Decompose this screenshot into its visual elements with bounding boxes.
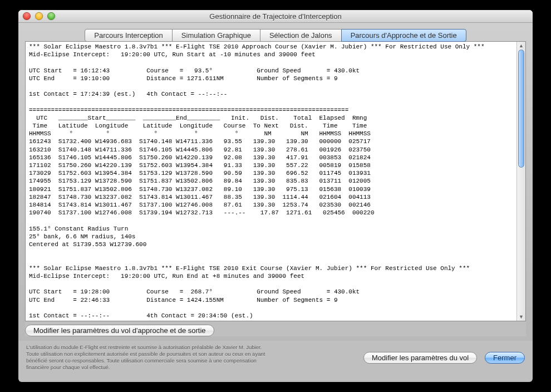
tabbar: Parcours Interception Simulation Graphiq… — [18, 29, 533, 42]
tab-toolbar: Parcours Interception Simulation Graphiq… — [18, 23, 533, 341]
footer: L'utilisation du module E-Flight est res… — [18, 341, 533, 378]
tab-simulation-graphique[interactable]: Simulation Graphique — [172, 29, 260, 42]
zoom-window-button[interactable] — [47, 12, 55, 20]
tab-selection-jalons[interactable]: Sélection de Jalons — [260, 29, 342, 42]
scroll-down-arrow-icon[interactable]: ▼ — [517, 313, 525, 321]
modify-flight-button[interactable]: Modifier les paramètres du vol — [363, 352, 477, 364]
window-title: Gestionnaire de Trajectoire d'Intercepti… — [18, 12, 533, 21]
minimize-window-button[interactable] — [35, 12, 43, 20]
report-pane: *** Solar Eclipse Maestro 1.8.3v7b1 *** … — [25, 41, 526, 321]
scroll-up-arrow-icon[interactable]: ▲ — [517, 42, 525, 50]
footer-buttons: Modifier les paramètres du vol Fermer — [363, 352, 525, 364]
report-text-area[interactable]: *** Solar Eclipse Maestro 1.8.3v7b1 *** … — [26, 42, 516, 321]
below-text-row: Modifier les paramètres du vol d'approch… — [25, 325, 526, 336]
tab-parcours-interception[interactable]: Parcours Interception — [85, 29, 173, 42]
report-text: *** Solar Eclipse Maestro 1.8.3v7b1 *** … — [29, 43, 513, 320]
modify-approach-button[interactable]: Modifier les paramètres du vol d'approch… — [25, 325, 214, 336]
content-frame: *** Solar Eclipse Maestro 1.8.3v7b1 *** … — [25, 41, 526, 336]
titlebar: Gestionnaire de Trajectoire d'Intercepti… — [18, 10, 533, 23]
traffic-lights — [23, 12, 55, 20]
close-button[interactable]: Fermer — [485, 352, 525, 364]
main-window: Gestionnaire de Trajectoire d'Intercepti… — [18, 10, 533, 382]
scroll-thumb[interactable] — [518, 50, 524, 168]
disclaimer-text: L'utilisation du module E-Flight est res… — [26, 344, 356, 371]
close-window-button[interactable] — [23, 12, 31, 20]
vertical-scrollbar[interactable]: ▲ ▼ — [516, 42, 525, 321]
tab-parcours-approche-sortie[interactable]: Parcours d'Approche et de Sortie — [341, 29, 466, 42]
